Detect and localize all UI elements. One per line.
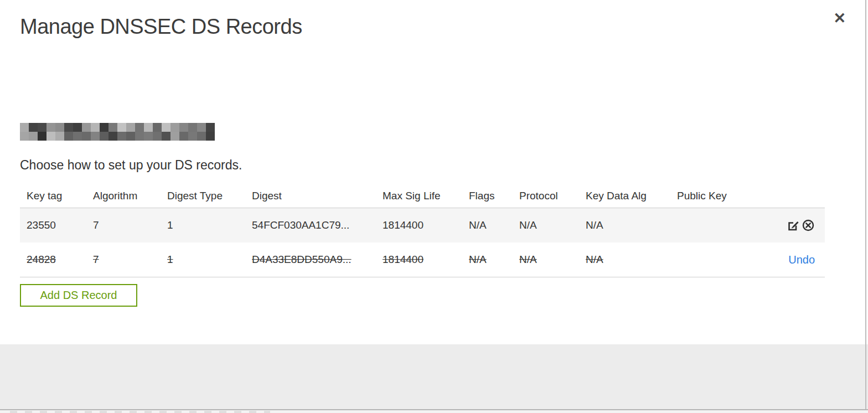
cell-flags: N/A bbox=[469, 219, 519, 231]
col-header-protocol: Protocol bbox=[519, 190, 586, 202]
table-header-row: Key tag Algorithm Digest Type Digest Max… bbox=[20, 184, 825, 208]
cell-digest-type: 1 bbox=[167, 219, 252, 231]
cell-digest: D4A33E8DD550A9... bbox=[252, 254, 383, 266]
cell-key-tag: 23550 bbox=[20, 219, 93, 231]
modal-footer: Save Cancel bbox=[0, 344, 868, 409]
col-header-key-tag: Key tag bbox=[20, 190, 93, 202]
cell-key-tag: 24828 bbox=[20, 254, 93, 266]
modal-right-edge bbox=[865, 0, 866, 410]
manage-dnssec-modal: Manage DNSSEC DS Records ✕ Choose how to… bbox=[0, 0, 868, 413]
cell-key-data-alg: N/A bbox=[586, 254, 677, 266]
cell-key-data-alg: N/A bbox=[586, 219, 677, 231]
cell-algorithm: 7 bbox=[93, 219, 167, 231]
cell-digest: 54FCF030AA1C79... bbox=[252, 219, 383, 231]
col-header-algorithm: Algorithm bbox=[93, 190, 167, 202]
col-header-public-key: Public Key bbox=[677, 190, 755, 202]
col-header-max-sig-life: Max Sig Life bbox=[383, 190, 469, 202]
close-icon[interactable]: ✕ bbox=[833, 11, 846, 26]
page-title: Manage DNSSEC DS Records bbox=[20, 15, 302, 39]
cell-max-sig-life: 1814400 bbox=[383, 219, 469, 231]
cell-digest-type: 1 bbox=[167, 254, 252, 266]
cell-flags: N/A bbox=[469, 254, 519, 266]
cell-algorithm: 7 bbox=[93, 254, 167, 266]
col-header-digest: Digest bbox=[252, 190, 383, 202]
background-page-strip bbox=[0, 410, 868, 413]
col-header-digest-type: Digest Type bbox=[167, 190, 252, 202]
cell-max-sig-life: 1814400 bbox=[383, 254, 469, 266]
delete-record-icon[interactable] bbox=[802, 219, 815, 232]
redacted-domain-name bbox=[20, 123, 215, 141]
table-row-deleted: 24828 7 1 D4A33E8DD550A9... 1814400 N/A … bbox=[20, 242, 825, 277]
cell-protocol: N/A bbox=[519, 219, 586, 231]
table-row: 23550 7 1 54FCF030AA1C79... 1814400 N/A … bbox=[20, 208, 825, 242]
undo-link[interactable]: Undo bbox=[788, 254, 815, 266]
col-header-flags: Flags bbox=[469, 190, 519, 202]
col-header-key-data-alg: Key Data Alg bbox=[586, 190, 677, 202]
background-blur-texture bbox=[10, 411, 270, 413]
cell-protocol: N/A bbox=[519, 254, 586, 266]
subtitle-text: Choose how to set up your DS records. bbox=[20, 158, 242, 173]
ds-records-table: Key tag Algorithm Digest Type Digest Max… bbox=[20, 184, 825, 277]
add-ds-record-button[interactable]: Add DS Record bbox=[20, 284, 137, 307]
edit-record-icon[interactable] bbox=[787, 219, 800, 232]
